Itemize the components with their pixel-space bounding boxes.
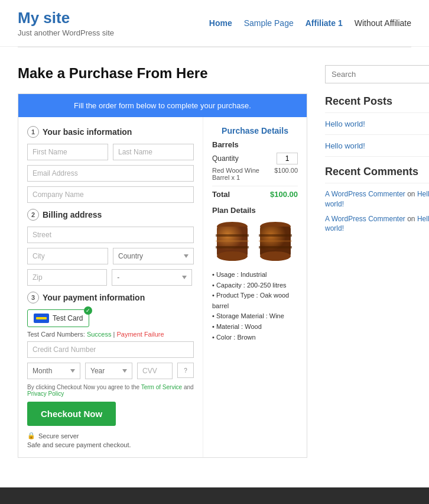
qty-label: Quantity [212,154,239,163]
company-input[interactable] [27,186,194,203]
recent-posts-title: Recent Posts [325,95,429,113]
tos-link[interactable]: Term of Service [141,384,182,390]
billing-section-title: 2 Billing address [27,209,194,221]
zip-input[interactable] [27,269,107,286]
city-country-row: Country [27,248,194,264]
name-row [27,144,194,160]
svg-rect-10 [259,246,292,248]
svg-point-2 [217,251,248,261]
recent-post-0-link[interactable]: Hello world! [325,119,365,128]
feature-5: Color : Brown [212,332,298,343]
month-select[interactable]: Month [27,363,80,379]
product-price: $100.00 [274,167,298,181]
recent-post-1: Hello world! [325,141,429,157]
lock-icon: 🔒 [27,432,35,440]
comment-0: A WordPress Commenter on Hello world! [325,189,429,209]
checkout-button[interactable]: Checkout Now [27,402,116,426]
total-row: Total $100.00 [212,186,298,199]
nav-home[interactable]: Home [209,18,232,28]
last-name-input[interactable] [113,144,194,160]
site-footer: Colorway Theme Footer is widgetized. To … [0,487,429,504]
page-title: Make a Purchase From Here [18,65,307,82]
credit-card-icon [34,314,49,323]
cvv-input[interactable] [137,363,173,379]
checkout-inner: 1 Your basic information [18,117,307,457]
recent-post-0: Hello world! [325,119,429,135]
cc-number-input[interactable] [27,341,194,358]
comment-1-on: on [407,215,415,223]
main-nav: Home Sample Page Affiliate 1 Without Aff… [209,18,411,28]
qty-row: Quantity [212,153,298,164]
details-side: Purchase Details Barrels Quantity Red Wo… [203,117,307,457]
cvv-help-icon[interactable]: ? [177,363,194,378]
checkmark-icon: ✓ [84,306,92,315]
email-input[interactable] [27,165,194,182]
test-card-label: Test Card [53,314,83,322]
commenter-0-link[interactable]: A WordPress Commenter [325,190,405,198]
content-area: Make a Purchase From Here Fill the order… [18,65,307,458]
feature-2: Product Type : Oak wood barrel [212,290,298,311]
barrel-images [212,219,298,264]
payment-method-box[interactable]: Test Card ✓ [27,309,89,327]
cc-row [27,341,194,358]
form-side: 1 Your basic information [18,117,203,457]
barrel-image-1 [212,219,252,264]
zip-select[interactable]: - [112,269,191,286]
plan-details-title: Plan Details [212,206,298,215]
feature-4: Material : Wood [212,322,298,332]
checkout-header: Fill the order form below to complete yo… [18,94,307,117]
checkout-box: Fill the order form below to complete yo… [18,93,307,458]
street-input[interactable] [27,227,194,243]
comment-0-on: on [407,190,415,198]
section-num-3: 3 [27,292,39,303]
feature-1: Capacity : 200-250 litres [212,280,298,291]
nav-affiliate1[interactable]: Affiliate 1 [306,18,343,28]
terms-text: By clicking Checkout Now you agree to th… [27,384,194,397]
street-row [27,227,194,243]
zip-row: - [27,269,194,286]
country-select[interactable]: Country [113,248,194,264]
secure-label: Secure server [38,432,79,440]
basic-info-label: Your basic information [43,127,132,137]
nav-without-affiliate[interactable]: Without Affiliate [355,18,411,28]
svg-rect-11 [259,240,292,242]
first-name-input[interactable] [27,144,108,160]
svg-point-8 [260,251,291,261]
site-header: My site Just another WordPress site Home… [0,0,429,47]
qty-input[interactable] [277,153,298,164]
main-container: Make a Purchase From Here Fill the order… [0,47,429,476]
product-row: Red Wood Wine Barrel x 1 $100.00 [212,167,298,181]
search-input[interactable] [326,66,429,83]
search-box: 🔍 [325,65,429,83]
comment-1: A WordPress Commenter on Hello world! [325,214,429,234]
site-title-link[interactable]: My site [18,9,70,27]
failure-link[interactable]: Payment Failure [116,331,164,338]
feature-0: Usage : Industrial [212,270,298,280]
nav-sample-page[interactable]: Sample Page [244,18,294,28]
total-label: Total [212,190,230,199]
product-label: Red Wood Wine Barrel x 1 [212,167,274,181]
barrels-label: Barrels [212,140,298,149]
total-amount: $100.00 [270,190,298,199]
payment-label: Your payment information [43,293,145,302]
svg-rect-5 [216,240,249,242]
success-link[interactable]: Success [87,331,112,338]
basic-info-section-title: 1 Your basic information [27,126,194,138]
section-num-1: 1 [27,126,39,138]
feature-3: Storage Material : Wine [212,311,298,322]
year-select[interactable]: Year [85,363,132,379]
email-row [27,165,194,182]
payment-section-title: 3 Your payment information [27,292,194,303]
city-input[interactable] [27,248,108,264]
recent-comments-title: Recent Comments [325,166,429,183]
plan-features: Usage : Industrial Capacity : 200-250 li… [212,270,298,343]
recent-post-1-link[interactable]: Hello world! [325,141,365,150]
secure-text: Safe and secure payment checkout. [27,441,194,448]
site-tagline: Just another WordPress site [18,28,114,37]
section-num-2: 2 [27,209,39,221]
commenter-1-link[interactable]: A WordPress Commenter [325,215,405,223]
privacy-link[interactable]: Privacy Policy [27,390,64,397]
secure-server-row: 🔒 Secure server [27,432,194,440]
card-details-row: Month Year ? [27,363,194,379]
test-card-info: Test Card Numbers: Success | Payment Fai… [27,331,194,338]
